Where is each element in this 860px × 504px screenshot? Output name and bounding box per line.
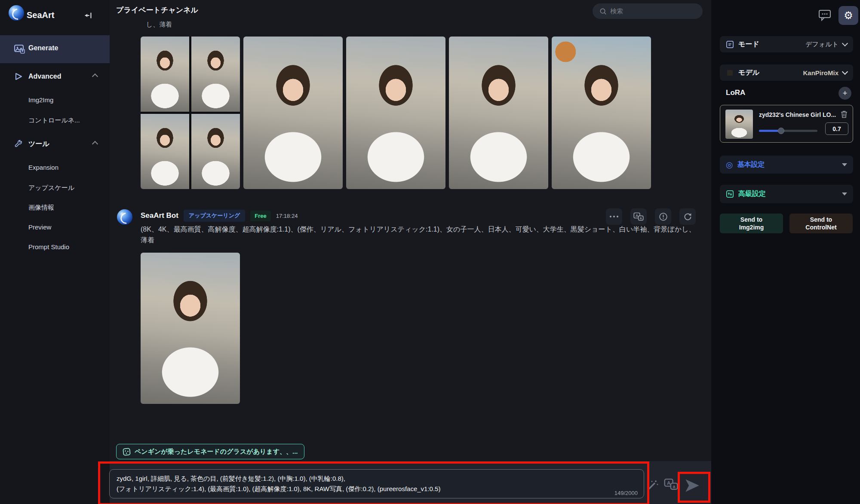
translate-prompt-button[interactable]: A a xyxy=(664,478,678,491)
more-options-button[interactable] xyxy=(606,208,622,225)
generated-image-collage[interactable] xyxy=(141,37,240,189)
generated-image-4[interactable] xyxy=(449,37,548,189)
chat-bubble-icon xyxy=(818,9,832,21)
photo-placeholder xyxy=(243,37,343,189)
free-badge: Free xyxy=(250,211,270,221)
search-input[interactable]: 検索 xyxy=(593,3,703,19)
sidebar-item-tools[interactable]: ツール xyxy=(0,136,110,152)
sidebar-item-expansion[interactable]: Expansion xyxy=(28,164,58,171)
svg-text:a: a xyxy=(640,216,642,220)
prompt-input-value: zydG, 1girl, 詳細肌, 見る, 茶色の目, (前髪付き短髪:1.2)… xyxy=(117,473,637,494)
photo-placeholder xyxy=(725,110,753,139)
photo-placeholder xyxy=(449,37,548,189)
generate-image-icon xyxy=(14,44,25,54)
regenerate-button[interactable] xyxy=(679,208,696,225)
svg-text:A: A xyxy=(667,480,671,486)
sidebar-item-label: ツール xyxy=(28,140,49,149)
refresh-icon xyxy=(683,212,692,221)
brand-row: SeaArt xyxy=(0,4,110,27)
message-actions: A a xyxy=(606,208,696,225)
plus-icon: + xyxy=(842,89,847,98)
bot-avatar xyxy=(117,209,132,225)
generated-image-2[interactable] xyxy=(243,37,343,189)
add-lora-button[interactable]: + xyxy=(838,87,851,100)
sidebar-item-controlnet[interactable]: コントロールネ... xyxy=(28,116,80,125)
sidebar-item-advanced[interactable]: Advanced xyxy=(0,69,110,84)
advanced-settings-label: 高級設定 xyxy=(738,189,766,199)
feedback-chat-button[interactable] xyxy=(818,9,832,21)
collage-image-1[interactable] xyxy=(141,37,189,112)
generated-image-5[interactable] xyxy=(552,37,651,189)
photo-placeholder xyxy=(141,253,240,404)
sidebar-item-img2img[interactable]: Img2Img xyxy=(28,96,53,104)
magic-wand-button[interactable] xyxy=(646,479,659,492)
chevron-up-icon xyxy=(92,141,98,147)
trash-icon xyxy=(841,110,848,118)
generated-image-gallery xyxy=(141,37,651,189)
seaart-logo-icon xyxy=(9,5,24,21)
sidebar-item-upscale[interactable]: アップスケール xyxy=(28,184,74,192)
send-to-controlnet-button[interactable]: Send to ControlNet xyxy=(789,214,853,233)
send-icon xyxy=(685,479,700,492)
dice-icon xyxy=(123,448,131,456)
brand-name: SeaArt xyxy=(27,10,54,20)
mode-selector[interactable]: モード デフォルト xyxy=(720,36,853,52)
upscaling-badge: アップスケーリング xyxy=(184,210,245,222)
translate-message-button[interactable]: A a xyxy=(630,208,647,225)
lora-thumbnail[interactable] xyxy=(725,110,753,139)
wrench-icon xyxy=(14,139,23,149)
previous-message-tail: し、薄着 xyxy=(146,21,172,29)
lora-weight-value[interactable]: 0.7 xyxy=(825,122,848,135)
sidebar-item-label: Generate xyxy=(28,44,58,52)
mode-value: デフォルト xyxy=(805,40,838,49)
lora-section-label: LoRA xyxy=(726,89,745,97)
triangle-down-icon xyxy=(842,192,847,195)
advanced-settings-section[interactable]: 高級設定 xyxy=(720,185,853,203)
sidebar-item-image-info[interactable]: 画像情報 xyxy=(28,204,54,212)
basic-settings-label: 基本設定 xyxy=(737,160,765,169)
sidebar-item-preview[interactable]: Preview xyxy=(28,223,51,231)
report-button[interactable] xyxy=(655,208,671,225)
photo-placeholder xyxy=(346,37,445,189)
svg-text:a: a xyxy=(673,484,676,489)
photo-placeholder xyxy=(552,37,651,189)
chevron-up-icon xyxy=(92,73,98,79)
translate-icon: A a xyxy=(664,478,678,491)
mode-icon xyxy=(726,40,734,49)
search-icon xyxy=(599,8,607,15)
character-counter: 149/2000 xyxy=(614,490,638,496)
sidebar-item-prompt-studio[interactable]: Prompt Studio xyxy=(28,243,69,250)
model-selector[interactable]: モデル KanPiroMix xyxy=(720,64,853,81)
upscaled-result-image[interactable] xyxy=(141,253,240,404)
bot-message-text: (8K、4K、最高画質、高解像度、超高解像度:1.1)、(傑作、リアル、フォトリ… xyxy=(141,224,696,245)
prompt-suggestion-chip[interactable]: ペンギンが乗ったレモネードのグラスがあります、、... xyxy=(116,444,304,459)
collage-image-3[interactable] xyxy=(141,114,189,189)
collage-image-2[interactable] xyxy=(191,37,240,112)
chevron-down-icon xyxy=(842,40,848,46)
basic-settings-section[interactable]: ◎ 基本設定 xyxy=(720,156,853,174)
bot-message-header: SeaArt Bot アップスケーリング Free 17:18:24 xyxy=(141,209,298,222)
seaart-app: SeaArt Generate xyxy=(0,0,860,504)
send-to-img2img-button[interactable]: Send to Img2img xyxy=(720,214,783,233)
model-icon xyxy=(726,69,734,77)
advanced-settings-icon xyxy=(726,190,734,198)
search-placeholder: 検索 xyxy=(610,7,623,15)
lora-name: zyd232's Chinese Girl LO... xyxy=(759,111,836,118)
slider-knob[interactable] xyxy=(778,128,784,134)
lora-card: zyd232's Chinese Girl LO... 0.7 xyxy=(720,105,853,143)
play-icon xyxy=(14,72,23,81)
collage-image-4[interactable] xyxy=(191,114,240,189)
generated-image-3[interactable] xyxy=(346,37,445,189)
model-value: KanPiroMix xyxy=(803,69,838,76)
sidebar-item-generate[interactable]: Generate xyxy=(0,35,110,63)
message-timestamp: 17:18:24 xyxy=(276,213,298,219)
settings-gear-button[interactable]: ⚙ xyxy=(838,6,858,25)
delete-lora-button[interactable] xyxy=(841,110,848,118)
prompt-input[interactable]: zydG, 1girl, 詳細肌, 見る, 茶色の目, (前髪付き短髪:1.2)… xyxy=(109,469,644,498)
sidebar-collapse-button[interactable] xyxy=(83,11,93,20)
channel-title: プライベートチャンネル xyxy=(116,5,198,15)
sidebar: SeaArt Generate xyxy=(0,0,110,504)
lora-weight-slider[interactable] xyxy=(759,128,817,134)
send-button[interactable] xyxy=(683,476,702,495)
triangle-down-icon xyxy=(842,163,847,166)
